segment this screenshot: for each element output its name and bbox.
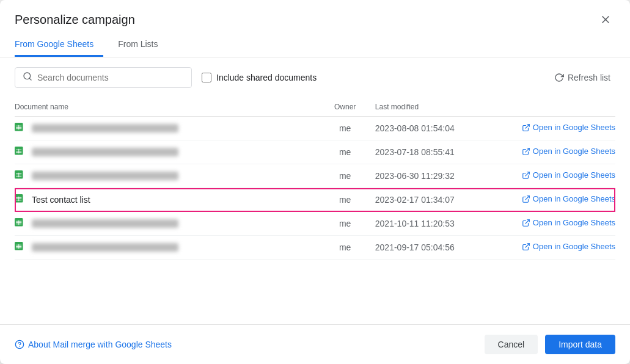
- doc-action: Open in Google Sheets: [495, 140, 615, 164]
- doc-action: Open in Google Sheets: [495, 117, 615, 140]
- doc-action: Open in Google Sheets: [495, 236, 615, 260]
- col-header-name: Document name: [15, 98, 315, 117]
- doc-action: Open in Google Sheets: [495, 188, 615, 212]
- doc-name-cell: [15, 218, 315, 229]
- open-in-sheets-button[interactable]: Open in Google Sheets: [522, 170, 615, 180]
- doc-modified: 2021-10-11 11:20:53: [375, 212, 496, 236]
- refresh-button[interactable]: Refresh list: [549, 69, 615, 86]
- open-in-sheets-button[interactable]: Open in Google Sheets: [522, 123, 615, 132]
- blurred-doc-name: [32, 219, 178, 228]
- cancel-button[interactable]: Cancel: [485, 335, 538, 354]
- sheets-icon: [15, 218, 26, 229]
- dialog-header: Personalize campaign: [0, 0, 630, 29]
- svg-line-27: [526, 196, 529, 200]
- toolbar: Include shared documents Refresh list: [0, 57, 630, 98]
- sheets-icon: [15, 242, 26, 253]
- import-button[interactable]: Import data: [545, 335, 615, 354]
- personalize-campaign-dialog: Personalize campaign From Google Sheets …: [0, 0, 630, 364]
- svg-line-33: [526, 220, 529, 224]
- doc-owner: me: [315, 212, 375, 236]
- doc-name-cell: [15, 147, 315, 158]
- doc-modified: 2023-06-30 11:29:32: [375, 164, 496, 188]
- doc-action: Open in Google Sheets: [495, 164, 615, 188]
- table-row[interactable]: me2023-06-30 11:29:32Open in Google Shee…: [15, 164, 615, 188]
- open-link-label: Open in Google Sheets: [533, 147, 615, 156]
- external-link-icon: [522, 219, 530, 227]
- external-link-icon: [522, 123, 530, 132]
- tabs-bar: From Google Sheets From Lists: [0, 32, 630, 57]
- doc-owner: me: [315, 117, 375, 140]
- documents-table: Document name Owner Last modified me2023…: [15, 98, 615, 260]
- open-in-sheets-button[interactable]: Open in Google Sheets: [522, 218, 615, 227]
- blurred-doc-name: [32, 124, 178, 133]
- doc-owner: me: [315, 188, 375, 212]
- refresh-icon: [554, 73, 564, 82]
- doc-action: Open in Google Sheets: [495, 212, 615, 236]
- sheets-icon: [15, 123, 26, 134]
- search-input[interactable]: [37, 73, 184, 82]
- open-link-label: Open in Google Sheets: [533, 123, 615, 132]
- doc-owner: me: [315, 140, 375, 164]
- search-icon: [23, 71, 32, 84]
- table-row[interactable]: Test contact listme2023-02-17 01:34:07Op…: [15, 188, 615, 212]
- include-shared-label[interactable]: Include shared documents: [202, 73, 317, 82]
- documents-table-container: Document name Owner Last modified me2023…: [0, 98, 630, 324]
- doc-name-cell: Test contact list: [15, 194, 315, 205]
- col-header-action: [495, 98, 615, 117]
- external-link-icon: [522, 242, 530, 251]
- open-in-sheets-button[interactable]: Open in Google Sheets: [522, 194, 615, 203]
- blurred-doc-name: [32, 148, 178, 156]
- tab-lists[interactable]: From Lists: [118, 32, 167, 57]
- dialog-title: Personalize campaign: [15, 13, 135, 27]
- table-row[interactable]: me2021-10-11 11:20:53Open in Google Shee…: [15, 212, 615, 236]
- col-header-owner: Owner: [315, 98, 375, 117]
- sheets-icon: [15, 170, 26, 181]
- doc-modified: 2023-02-17 01:34:07: [375, 188, 496, 212]
- footer-buttons: Cancel Import data: [485, 335, 615, 354]
- open-link-label: Open in Google Sheets: [533, 242, 615, 251]
- doc-name-cell: [15, 123, 315, 134]
- tab-google-sheets[interactable]: From Google Sheets: [15, 32, 103, 57]
- col-header-modified: Last modified: [375, 98, 496, 117]
- dialog-footer: About Mail merge with Google Sheets Canc…: [0, 324, 630, 364]
- doc-name-cell: [15, 242, 315, 253]
- help-link[interactable]: About Mail merge with Google Sheets: [15, 340, 172, 349]
- open-link-label: Open in Google Sheets: [533, 194, 615, 203]
- table-row[interactable]: me2021-09-17 05:04:56Open in Google Shee…: [15, 236, 615, 260]
- doc-modified: 2023-07-18 08:55:41: [375, 140, 496, 164]
- svg-line-9: [526, 125, 529, 128]
- doc-modified: 2023-08-08 01:54:04: [375, 117, 496, 140]
- doc-owner: me: [315, 236, 375, 260]
- external-link-icon: [522, 171, 530, 180]
- doc-owner: me: [315, 164, 375, 188]
- open-in-sheets-button[interactable]: Open in Google Sheets: [522, 147, 615, 156]
- sheets-icon: [15, 147, 26, 158]
- include-shared-checkbox[interactable]: [202, 73, 211, 82]
- svg-line-15: [526, 148, 529, 152]
- help-icon: [15, 340, 24, 349]
- external-link-icon: [522, 195, 530, 203]
- svg-line-39: [526, 244, 529, 247]
- svg-line-3: [29, 78, 31, 80]
- search-box: [15, 67, 192, 88]
- blurred-doc-name: [32, 243, 178, 252]
- external-link-icon: [522, 147, 530, 156]
- close-icon: [599, 13, 612, 26]
- svg-line-21: [526, 172, 529, 176]
- doc-name-text: Test contact list: [32, 195, 90, 205]
- open-in-sheets-button[interactable]: Open in Google Sheets: [522, 242, 615, 251]
- blurred-doc-name: [32, 172, 178, 180]
- table-row[interactable]: me2023-07-18 08:55:41Open in Google Shee…: [15, 140, 615, 164]
- table-header-row: Document name Owner Last modified: [15, 98, 615, 117]
- close-button[interactable]: [596, 10, 615, 29]
- table-row[interactable]: me2023-08-08 01:54:04Open in Google Shee…: [15, 117, 615, 140]
- sheets-icon: [15, 194, 26, 205]
- open-link-label: Open in Google Sheets: [533, 218, 615, 227]
- open-link-label: Open in Google Sheets: [533, 170, 615, 180]
- doc-modified: 2021-09-17 05:04:56: [375, 236, 496, 260]
- doc-name-cell: [15, 170, 315, 181]
